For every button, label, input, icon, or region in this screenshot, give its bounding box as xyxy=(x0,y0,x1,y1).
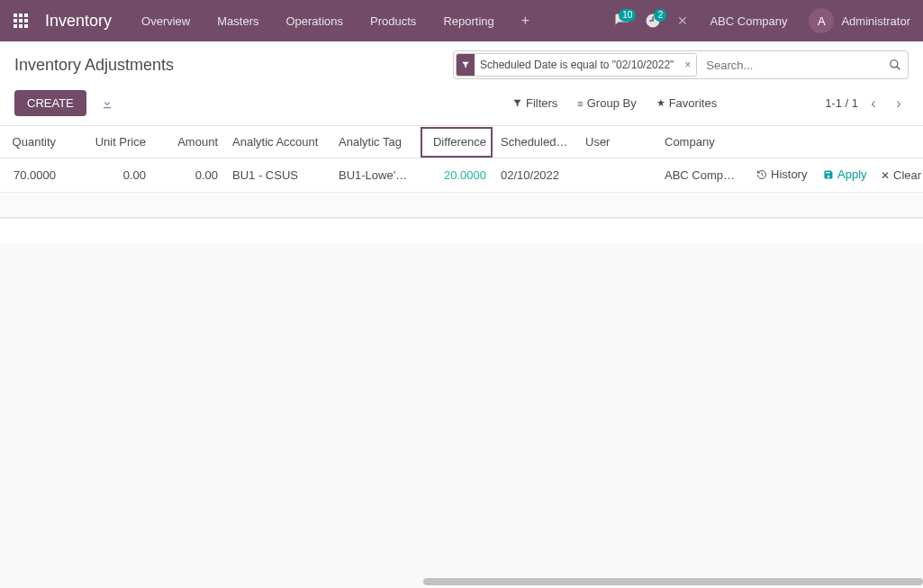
col-company[interactable]: Company xyxy=(657,126,744,158)
favorites-dropdown[interactable]: ★ Favorites xyxy=(656,96,717,110)
col-analytic-tag[interactable]: Analytic Tag xyxy=(331,126,420,158)
cp-bottom: CREATE Filters ≡ Group By ★ Favorites 1-… xyxy=(0,85,923,125)
cell-analytic-account[interactable]: BU1 - CSUS xyxy=(225,158,331,193)
funnel-icon xyxy=(457,54,475,76)
table-row[interactable]: 70.0000 0.00 0.00 BU1 - CSUS BU1-Lowe's … xyxy=(0,158,923,193)
create-button[interactable]: CREATE xyxy=(14,90,86,116)
search-button[interactable] xyxy=(882,59,908,71)
control-panel: Inventory Adjustments Scheduled Date is … xyxy=(0,41,923,126)
chevron-right-icon: › xyxy=(896,95,900,112)
col-unit-price[interactable]: Unit Price xyxy=(63,126,153,158)
cp-top: Inventory Adjustments Scheduled Date is … xyxy=(0,41,923,85)
star-icon: ★ xyxy=(656,97,665,109)
filters-dropdown[interactable]: Filters xyxy=(512,96,557,110)
pager-next[interactable]: › xyxy=(889,94,909,113)
filters-label: Filters xyxy=(526,96,557,110)
col-action-apply xyxy=(810,126,868,158)
cell-scheduled[interactable]: 02/10/2022 xyxy=(493,158,578,193)
col-user[interactable]: User xyxy=(578,126,657,158)
company-selector[interactable]: ABC Company xyxy=(697,14,800,28)
col-action-clear xyxy=(868,126,923,158)
svg-line-1 xyxy=(897,67,900,70)
nav-left: Inventory Overview Masters Operations Pr… xyxy=(0,0,543,41)
nav-item-operations[interactable]: Operations xyxy=(272,0,357,41)
messages-badge: 10 xyxy=(619,9,636,22)
search-bar[interactable]: Scheduled Date is equal to "02/10/2022" … xyxy=(453,50,909,79)
favorites-label: Favorites xyxy=(669,96,717,110)
nav-item-reporting[interactable]: Reporting xyxy=(430,0,507,41)
filter-facet-text: Scheduled Date is equal to "02/10/2022" xyxy=(475,59,679,71)
filter-facet: Scheduled Date is equal to "02/10/2022" … xyxy=(456,53,697,77)
apps-grid-icon xyxy=(14,14,28,28)
list-view: Quantity Unit Price Amount Analytic Acco… xyxy=(0,126,923,243)
table-header-row: Quantity Unit Price Amount Analytic Acco… xyxy=(0,126,923,158)
groupby-dropdown[interactable]: ≡ Group By xyxy=(577,96,636,110)
clear-label: Clear xyxy=(893,168,921,182)
cell-analytic-tag[interactable]: BU1-Lowe's … xyxy=(331,158,420,193)
list-icon: ≡ xyxy=(577,98,583,109)
nav-right: 10 2 ✕ ABC Company A Administrator xyxy=(607,0,923,41)
col-difference[interactable]: Difference xyxy=(420,126,493,158)
scrollbar-thumb[interactable] xyxy=(423,578,923,585)
activities-badge: 2 xyxy=(654,9,666,22)
cell-difference[interactable]: 20.0000 xyxy=(420,158,493,193)
horizontal-scrollbar[interactable] xyxy=(0,578,923,585)
page-title: Inventory Adjustments xyxy=(14,56,174,75)
plus-icon: + xyxy=(521,13,529,29)
history-button[interactable]: History xyxy=(751,167,810,181)
history-label: History xyxy=(771,167,807,181)
col-quantity[interactable]: Quantity xyxy=(0,126,63,158)
bottom-bar xyxy=(0,218,923,243)
nav-item-products[interactable]: Products xyxy=(357,0,430,41)
cell-action-history: History xyxy=(744,158,810,193)
group-footer xyxy=(0,193,923,218)
cell-action-clear: ✕ Clear xyxy=(868,158,923,193)
data-table: Quantity Unit Price Amount Analytic Acco… xyxy=(0,126,923,193)
filter-facet-remove[interactable]: × xyxy=(679,59,696,71)
nav-item-masters[interactable]: Masters xyxy=(204,0,272,41)
cell-action-apply: Apply xyxy=(810,158,868,193)
avatar[interactable]: A xyxy=(809,8,834,33)
user-menu[interactable]: Administrator xyxy=(841,14,918,28)
nav-item-new[interactable]: + xyxy=(508,0,543,41)
funnel-icon xyxy=(512,98,522,108)
cell-amount[interactable]: 0.00 xyxy=(153,158,225,193)
clear-button[interactable]: ✕ Clear xyxy=(875,168,923,182)
pager-prev[interactable]: ‹ xyxy=(864,94,883,113)
svg-point-0 xyxy=(891,60,898,68)
messages-tray[interactable]: 10 xyxy=(607,0,638,41)
history-icon xyxy=(756,169,767,180)
studio-close-button[interactable]: ✕ xyxy=(668,14,697,28)
cell-company[interactable]: ABC Compa… xyxy=(657,158,744,193)
activities-tray[interactable]: 2 xyxy=(638,0,668,41)
pager: 1-1 / 1 ‹ › xyxy=(825,94,909,113)
download-icon xyxy=(101,97,113,110)
col-amount[interactable]: Amount xyxy=(153,126,225,158)
groupby-label: Group By xyxy=(587,96,637,110)
app-brand[interactable]: Inventory xyxy=(41,12,128,31)
apply-label: Apply xyxy=(837,167,867,181)
cell-user[interactable] xyxy=(578,158,657,193)
save-icon xyxy=(823,169,834,180)
close-icon: ✕ xyxy=(677,14,688,28)
search-input[interactable] xyxy=(699,51,882,78)
nav-item-overview[interactable]: Overview xyxy=(128,0,204,41)
search-options: Filters ≡ Group By ★ Favorites xyxy=(512,96,717,110)
apply-button[interactable]: Apply xyxy=(818,167,868,181)
cell-unit-price[interactable]: 0.00 xyxy=(63,158,153,193)
pager-text: 1-1 / 1 xyxy=(825,96,858,110)
export-button[interactable] xyxy=(101,97,113,110)
main-navbar: Inventory Overview Masters Operations Pr… xyxy=(0,0,923,41)
apps-menu-button[interactable] xyxy=(0,0,41,41)
col-scheduled[interactable]: Scheduled … xyxy=(493,126,578,158)
col-action-history xyxy=(744,126,810,158)
col-analytic-account[interactable]: Analytic Account xyxy=(225,126,331,158)
search-icon xyxy=(889,59,901,71)
cell-quantity[interactable]: 70.0000 xyxy=(0,158,63,193)
chevron-left-icon: ‹ xyxy=(871,95,875,112)
close-icon: ✕ xyxy=(881,169,890,182)
